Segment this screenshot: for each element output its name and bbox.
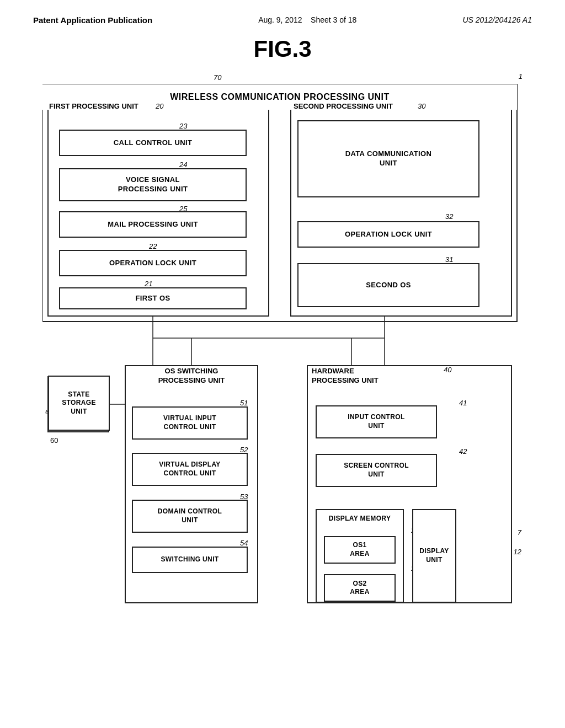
virtual-display-box: VIRTUAL DISPLAY CONTROL UNIT [132,453,248,486]
display-unit-box: DISPLAY UNIT [412,509,456,603]
input-control-box: INPUT CONTROL UNIT [316,405,437,438]
first-processing-label: FIRST PROCESSING UNIT [49,102,138,110]
domain-control-box: DOMAIN CONTROL UNIT [132,500,248,533]
page-header: Patent Application Publication Aug. 9, 2… [0,0,565,25]
diagram-area: FIG.3 [0,25,565,675]
ref-24: 24 [179,160,187,169]
display-memory-label: DISPLAY MEMORY [329,515,391,523]
fig-title: FIG.3 [33,36,532,62]
ref-54: 54 [240,539,248,547]
os-switching-label: OS SWITCHING PROCESSING UNIT [128,367,255,386]
publication-label: Patent Application Publication [33,15,152,25]
ref-7: 7 [518,528,521,537]
patent-number: US 2012/204126 A1 [462,15,532,24]
display-memory-box: DISPLAY MEMORY 13 OS1 AREA 14 OS2 AREA [316,509,404,603]
ref-30: 30 [418,102,425,110]
voice-signal-box: VOICE SIGNAL PROCESSING UNIT [59,168,247,201]
date-label: Aug. 9, 2012 [258,15,302,24]
ref-12: 12 [514,548,521,556]
operation-lock-20-box: OPERATION LOCK UNIT [59,250,247,276]
os2-area-box: OS2 AREA [324,574,396,602]
first-os-box: FIRST OS [59,287,247,309]
ref-60-label: 60 [50,436,58,445]
state-storage-box: STATE STORAGE UNIT [48,376,110,431]
ref-40: 40 [444,366,451,374]
ref-70: 70 [214,73,221,82]
virtual-input-box: VIRTUAL INPUT CONTROL UNIT [132,406,248,440]
ref-1: 1 [519,72,523,81]
sheet-label: Sheet 3 of 18 [311,15,356,24]
screen-control-box: SCREEN CONTROL UNIT [316,454,437,487]
ref-42: 42 [459,447,467,456]
ref-23: 23 [179,122,187,130]
call-control-box: CALL CONTROL UNIT [59,130,247,156]
hardware-processing-label: HARDWARE PROCESSING UNIT [312,367,422,386]
header-center: Aug. 9, 2012 Sheet 3 of 18 [258,15,356,24]
switching-unit-box: SWITCHING UNIT [132,547,248,573]
ref-32: 32 [445,212,453,221]
os1-area-box: OS1 AREA [324,536,396,564]
ref-21: 21 [145,280,152,288]
second-processing-label: SECOND PROCESSING UNIT [294,102,393,110]
ref-41: 41 [459,399,467,407]
ref-31: 31 [445,255,453,264]
ref-20: 20 [156,102,163,110]
ref-51: 51 [240,399,248,407]
data-comm-box: DATA COMMUNICATION UNIT [297,120,479,197]
ref-22: 22 [149,242,157,250]
diagram-container: 70 1 WIRELESS COMMUNICATION PROCESSING U… [42,68,523,663]
mail-processing-box: MAIL PROCESSING UNIT [59,211,247,238]
operation-lock-30-box: OPERATION LOCK UNIT [297,221,479,248]
second-os-box: SECOND OS [297,263,479,307]
